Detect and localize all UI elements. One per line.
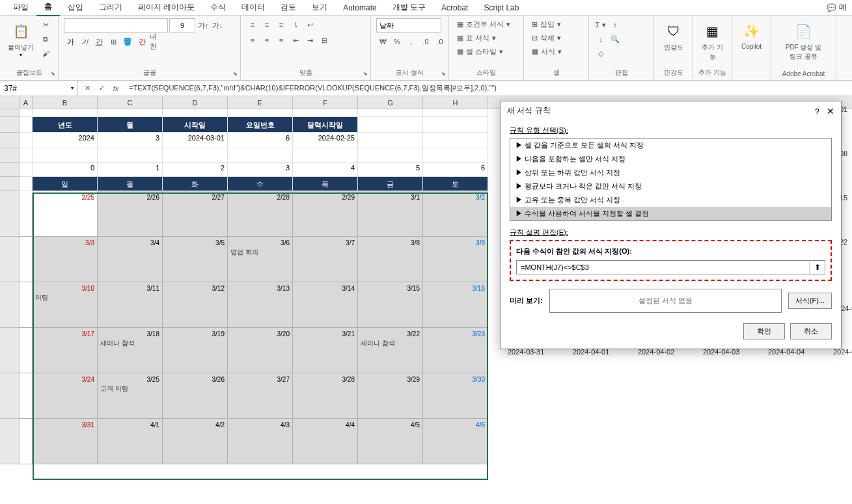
- table-format-button[interactable]: ▦표 서식 ▾: [454, 32, 499, 44]
- cancel-formula-button[interactable]: ✕: [81, 82, 94, 95]
- calendar-cell[interactable]: 3/8: [358, 237, 423, 282]
- cell-daynum[interactable]: 5: [358, 163, 423, 177]
- font-launcher[interactable]: ⬊: [231, 71, 239, 79]
- cell[interactable]: [293, 148, 358, 163]
- increase-indent-button[interactable]: ⇥: [303, 34, 316, 47]
- row-header[interactable]: [0, 148, 20, 163]
- calendar-cell[interactable]: 4/1: [98, 419, 163, 464]
- calendar-cell[interactable]: 3/5: [163, 237, 228, 282]
- cell-daynum[interactable]: 6: [423, 163, 488, 177]
- cell[interactable]: [20, 373, 33, 419]
- font-color-button[interactable]: 간: [135, 35, 148, 48]
- cell-daynum[interactable]: 3: [228, 163, 293, 177]
- rule-item[interactable]: ▶ 다음을 포함하는 셀만 서식 지정: [510, 152, 831, 166]
- cell-dayname[interactable]: 금: [358, 177, 423, 191]
- calendar-cell[interactable]: 3/9: [423, 237, 488, 282]
- tab-scriptlab[interactable]: Script Lab: [476, 1, 527, 15]
- cell[interactable]: [20, 282, 33, 328]
- formula-input[interactable]: =TEXT(SEQUENCE(6,7,F3),"m/d")&CHAR(10)&I…: [125, 83, 852, 93]
- cell[interactable]: [20, 191, 33, 237]
- cell-daynum[interactable]: 4: [293, 163, 358, 177]
- align-bottom-button[interactable]: ≡: [275, 18, 288, 31]
- calendar-cell[interactable]: 3/26: [163, 373, 228, 419]
- calendar-cell[interactable]: 2/27: [163, 191, 228, 237]
- cell-start-value[interactable]: 2024-03-01: [163, 133, 228, 148]
- calendar-cell[interactable]: 3/28: [293, 373, 358, 419]
- cell-dayname[interactable]: 일: [33, 177, 98, 191]
- calendar-cell[interactable]: 3/21: [293, 328, 358, 373]
- merge-button[interactable]: ⊟: [318, 34, 331, 47]
- fill-button[interactable]: ↓: [594, 33, 607, 46]
- cell[interactable]: [98, 148, 163, 163]
- border-button[interactable]: ⊞: [107, 35, 120, 48]
- col-header-D[interactable]: D: [163, 96, 228, 109]
- calendar-cell[interactable]: 3/3: [33, 237, 98, 282]
- calendar-cell[interactable]: 3/25고객 미팅: [98, 373, 163, 419]
- row-header[interactable]: [0, 133, 20, 148]
- cell[interactable]: [228, 109, 293, 117]
- calendar-cell[interactable]: 3/31: [33, 419, 98, 464]
- find-button[interactable]: 🔍: [609, 33, 622, 46]
- copilot-button[interactable]: ✨ Copilot: [737, 18, 765, 53]
- calendar-cell[interactable]: 2/29: [293, 191, 358, 237]
- cut-button[interactable]: ✂: [39, 18, 52, 31]
- cell[interactable]: [358, 109, 423, 117]
- col-header-E[interactable]: E: [228, 96, 293, 109]
- rule-item[interactable]: ▶ 셀 값을 기준으로 모든 셀의 서식 지정: [510, 139, 831, 152]
- cell[interactable]: [20, 328, 33, 373]
- dialog-close-button[interactable]: ✕: [827, 106, 834, 116]
- increase-decimal-button[interactable]: .0: [419, 35, 432, 48]
- format-button[interactable]: 서식(F)...: [788, 293, 832, 309]
- comma-button[interactable]: ,: [405, 35, 418, 48]
- calendar-cell[interactable]: 3/24: [33, 373, 98, 419]
- cell[interactable]: [33, 109, 98, 117]
- calendar-cell[interactable]: 3/15: [358, 282, 423, 328]
- calendar-cell[interactable]: 3/11: [98, 282, 163, 328]
- rule-type-list[interactable]: ▶ 셀 값을 기준으로 모든 셀의 서식 지정 ▶ 다음을 포함하는 셀만 서식…: [510, 138, 832, 221]
- calendar-cell[interactable]: 3/29: [358, 373, 423, 419]
- cell-dayname[interactable]: 화: [163, 177, 228, 191]
- cell-daynum[interactable]: 0: [33, 163, 98, 177]
- dialog-help-button[interactable]: ?: [815, 107, 819, 116]
- row-header[interactable]: [0, 117, 20, 133]
- calendar-cell[interactable]: 3/13: [228, 282, 293, 328]
- align-top-button[interactable]: ≡: [246, 18, 259, 31]
- row-header[interactable]: [0, 373, 20, 419]
- cell[interactable]: [98, 109, 163, 117]
- row-header[interactable]: [0, 109, 20, 117]
- calendar-cell[interactable]: 3/27: [228, 373, 293, 419]
- cell[interactable]: [358, 148, 423, 163]
- sensitivity-button[interactable]: 🛡 민감도: [659, 18, 687, 55]
- conditional-format-button[interactable]: ▦조건부 서식 ▾: [454, 18, 513, 31]
- paste-button[interactable]: 📋 붙여넣기 ▾: [5, 18, 36, 60]
- calendar-cell[interactable]: 4/2: [163, 419, 228, 464]
- cell-dayname[interactable]: 월: [98, 177, 163, 191]
- rule-item[interactable]: ▶ 수식을 사용하여 서식을 지정할 셀 결정: [510, 207, 831, 220]
- calendar-cell[interactable]: 4/4: [293, 419, 358, 464]
- font-size-combo[interactable]: [169, 18, 195, 33]
- calendar-cell[interactable]: 3/12: [163, 282, 228, 328]
- number-format-combo[interactable]: [376, 18, 441, 33]
- cell[interactable]: [20, 109, 33, 117]
- cell-dayname[interactable]: 목: [293, 177, 358, 191]
- italic-button[interactable]: 가: [78, 35, 91, 48]
- cell[interactable]: [163, 109, 228, 117]
- clear-button[interactable]: ◇: [594, 47, 607, 60]
- font-family-combo[interactable]: [64, 18, 168, 33]
- row-header[interactable]: [0, 419, 20, 464]
- tab-acrobat[interactable]: Acrobat: [433, 1, 476, 15]
- comment-icon[interactable]: 💬: [827, 3, 836, 12]
- col-header-B[interactable]: B: [33, 96, 98, 109]
- cell[interactable]: [163, 148, 228, 163]
- enter-formula-button[interactable]: ✓: [95, 82, 108, 95]
- cell-calstart-header[interactable]: 달력시작일: [293, 117, 358, 133]
- orientation-button[interactable]: ⤹: [289, 18, 302, 31]
- rule-item[interactable]: ▶ 상위 또는 하위 값만 서식 지정: [510, 166, 831, 179]
- cell[interactable]: [228, 148, 293, 163]
- cell[interactable]: [423, 117, 488, 133]
- tab-page-layout[interactable]: 페이지 레이아웃: [130, 0, 202, 16]
- row-header[interactable]: [0, 328, 20, 373]
- cell[interactable]: [358, 117, 423, 133]
- wrap-text-button[interactable]: ↩: [303, 18, 316, 31]
- cell-month-value[interactable]: 3: [98, 133, 163, 148]
